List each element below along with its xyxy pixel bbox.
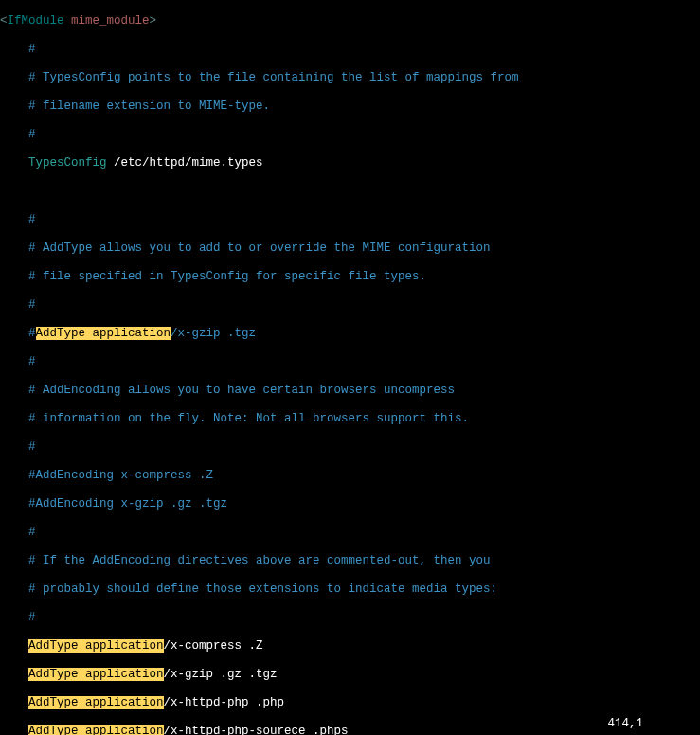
code-line: # AddType allows you to add to or overri…: [0, 242, 700, 256]
code-line: AddType application/x-httpd-php .php: [0, 696, 700, 710]
search-highlight: AddType application: [28, 696, 164, 709]
code-editor[interactable]: <IfModule mime_module> # # TypesConfig p…: [0, 0, 700, 735]
search-highlight: AddType application: [28, 668, 164, 681]
code-line: AddType application/x-gzip .gz .tgz: [0, 668, 700, 682]
code-line: #: [0, 611, 700, 625]
code-line: TypesConfig /etc/httpd/mime.types: [0, 156, 700, 170]
code-line: # file specified in TypesConfig for spec…: [0, 270, 700, 284]
code-line: AddType application/x-compress .Z: [0, 639, 700, 654]
code-line: AddType application/x-httpd-php-sourece …: [0, 725, 700, 735]
code-line: #: [0, 440, 700, 455]
code-line: # TypesConfig points to the file contain…: [0, 71, 700, 85]
code-line: # If the AddEncoding directives above ar…: [0, 554, 700, 568]
code-line: #AddType application/x-gzip .tgz: [0, 327, 700, 341]
code-line: #AddEncoding x-compress .Z: [0, 469, 700, 483]
code-line: # probably should define those extension…: [0, 583, 700, 597]
code-line: #: [0, 526, 700, 540]
search-highlight: AddType application: [28, 725, 164, 735]
code-line: # filename extension to MIME-type.: [0, 99, 700, 114]
code-line: # AddEncoding allows you to have certain…: [0, 384, 700, 398]
code-line: #: [0, 298, 700, 313]
code-line: #AddEncoding x-gzip .gz .tgz: [0, 497, 700, 511]
code-line: # information on the fly. Note: Not all …: [0, 412, 700, 426]
code-line: #: [0, 355, 700, 369]
status-position: 414,1: [607, 717, 643, 731]
code-line: #: [0, 213, 700, 227]
search-highlight: AddType application: [36, 327, 171, 340]
blank-line: [0, 185, 700, 199]
code-line: #: [0, 128, 700, 142]
line-ifmodule-open: <IfModule mime_module>: [0, 14, 700, 28]
code-line: #: [0, 43, 700, 57]
search-highlight: AddType application: [28, 639, 164, 653]
